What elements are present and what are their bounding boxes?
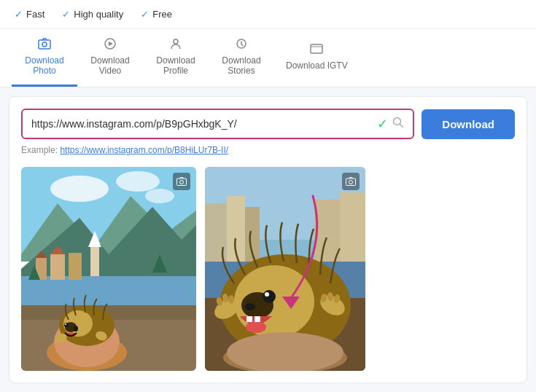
svg-point-4	[174, 39, 178, 44]
svg-point-1	[42, 42, 47, 47]
check-icon-free: ✓	[141, 9, 149, 20]
fast-label: Fast	[26, 9, 44, 20]
svg-point-12	[145, 189, 174, 203]
check-icon-quality: ✓	[62, 9, 70, 20]
svg-rect-22	[90, 247, 99, 276]
tab-profile-label: DownloadProfile	[156, 55, 195, 76]
svg-point-35	[65, 324, 66, 325]
svg-point-62	[228, 295, 234, 304]
search-icon[interactable]	[392, 117, 404, 131]
svg-rect-42	[205, 203, 227, 262]
svg-rect-38	[177, 179, 187, 186]
svg-point-56	[263, 290, 276, 303]
input-valid-icon: ✓	[377, 116, 388, 132]
tabs-nav: DownloadPhoto DownloadVideo DownloadProf…	[0, 29, 536, 87]
free-label: Free	[152, 9, 172, 20]
tab-photo-label: DownloadPhoto	[25, 55, 63, 76]
photo-card-2-icon	[342, 173, 360, 190]
stories-tab-icon	[235, 38, 248, 52]
svg-rect-0	[39, 40, 50, 49]
photo-tab-icon	[38, 38, 51, 52]
svg-marker-3	[109, 42, 113, 46]
main-content: ✓ Download Example: https://www.instagra…	[9, 96, 527, 383]
svg-point-52	[245, 303, 255, 310]
svg-point-33	[74, 326, 78, 332]
tab-video-label: DownloadVideo	[90, 55, 129, 76]
photo-card-1-icon	[173, 173, 190, 190]
input-row: ✓ Download	[21, 109, 515, 139]
svg-point-53	[246, 321, 266, 333]
tab-photo[interactable]: DownloadPhoto	[12, 29, 77, 87]
photo-card-2	[205, 167, 365, 371]
svg-point-11	[116, 171, 160, 192]
example-text: Example: https://www.instagram.com/p/B8H…	[21, 145, 515, 155]
svg-rect-45	[314, 200, 340, 262]
tab-stories-label: DownloadStories	[222, 55, 260, 76]
svg-point-69	[349, 181, 353, 184]
check-icon-fast: ✓	[15, 9, 23, 20]
quality-badge: ✓ High quality	[62, 9, 123, 20]
svg-rect-55	[255, 316, 260, 322]
download-button[interactable]: Download	[422, 109, 515, 139]
svg-line-8	[400, 125, 403, 128]
svg-point-39	[180, 181, 184, 184]
tab-igtv[interactable]: Download IGTV	[274, 34, 360, 82]
svg-point-10	[50, 176, 109, 202]
url-input[interactable]	[31, 118, 373, 130]
svg-rect-16	[21, 276, 196, 305]
igtv-tab-icon	[310, 43, 323, 58]
tab-profile[interactable]: DownloadProfile	[143, 29, 209, 87]
top-bar: ✓ Fast ✓ High quality ✓ Free	[0, 0, 536, 29]
example-label: Example:	[21, 145, 58, 155]
photo-card-1	[21, 167, 196, 371]
free-badge: ✓ Free	[141, 9, 172, 20]
tab-igtv-label: Download IGTV	[286, 60, 348, 71]
url-input-wrapper: ✓	[21, 109, 414, 139]
fast-badge: ✓ Fast	[15, 9, 44, 20]
svg-point-57	[265, 292, 269, 297]
profile-tab-icon	[169, 38, 182, 52]
images-row	[21, 167, 515, 371]
svg-rect-19	[69, 253, 82, 280]
svg-rect-54	[246, 316, 252, 322]
svg-rect-68	[346, 179, 356, 186]
quality-label: High quality	[74, 9, 123, 20]
tab-stories[interactable]: DownloadStories	[209, 29, 274, 87]
svg-point-34	[64, 323, 69, 327]
svg-rect-46	[340, 192, 365, 262]
svg-rect-18	[50, 254, 65, 280]
tab-video[interactable]: DownloadVideo	[77, 29, 143, 87]
example-url[interactable]: https://www.instagram.com/p/B8HiLUr7B-II…	[60, 145, 228, 155]
video-tab-icon	[104, 38, 117, 52]
svg-rect-6	[311, 44, 322, 53]
